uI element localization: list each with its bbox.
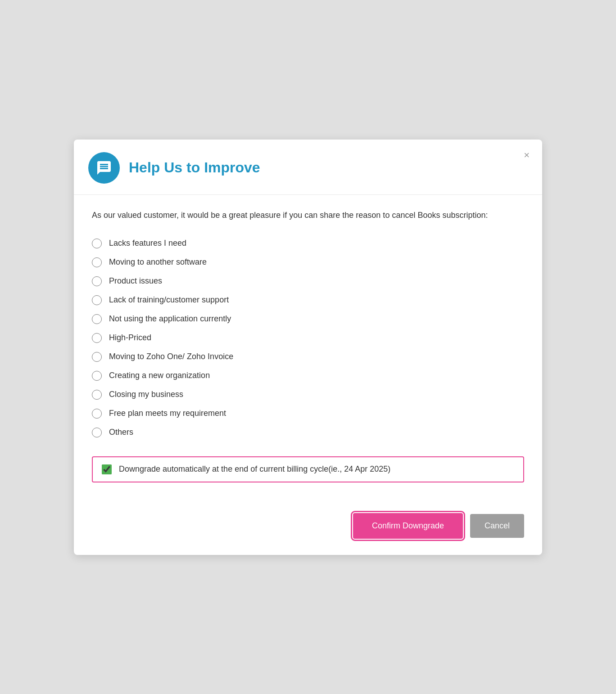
radio-label-opt5[interactable]: Not using the application currently [109,314,231,324]
radio-opt5[interactable] [92,314,102,324]
radio-opt4[interactable] [92,295,102,305]
radio-opt9[interactable] [92,390,102,400]
radio-list-item[interactable]: Lack of training/customer support [92,291,524,310]
radio-opt6[interactable] [92,333,102,343]
radio-list-item[interactable]: Lacks features I need [92,234,524,253]
radio-list-item[interactable]: Others [92,423,524,442]
downgrade-checkbox-label[interactable]: Downgrade automatically at the end of cu… [119,464,390,474]
radio-list-item[interactable]: Moving to another software [92,253,524,272]
cancel-button[interactable]: Cancel [470,514,524,538]
radio-label-opt3[interactable]: Product issues [109,276,162,286]
description-text: As our valued customer, it would be a gr… [92,209,524,221]
radio-list-item[interactable]: Product issues [92,272,524,291]
chat-bubble-icon [96,160,112,176]
radio-list-item[interactable]: Creating a new organization [92,366,524,385]
radio-opt8[interactable] [92,371,102,381]
radio-options-list: Lacks features I needMoving to another s… [92,234,524,442]
downgrade-checkbox[interactable] [102,464,112,474]
radio-list-item[interactable]: Moving to Zoho One/ Zoho Invoice [92,347,524,366]
modal-body: As our valued customer, it would be a gr… [74,195,542,513]
radio-label-opt6[interactable]: High-Priced [109,333,151,342]
radio-label-opt2[interactable]: Moving to another software [109,257,207,267]
radio-list-item[interactable]: Closing my business [92,385,524,404]
confirm-downgrade-button[interactable]: Confirm Downgrade [353,513,463,539]
header-icon-circle [88,152,120,184]
modal-footer: Confirm Downgrade Cancel [74,513,542,555]
radio-list-item[interactable]: Not using the application currently [92,310,524,329]
radio-label-opt10[interactable]: Free plan meets my requirement [109,409,226,418]
radio-label-opt9[interactable]: Closing my business [109,390,183,399]
modal-overlay: Help Us to Improve × As our valued custo… [0,0,616,694]
radio-label-opt1[interactable]: Lacks features I need [109,239,186,248]
radio-opt10[interactable] [92,409,102,419]
radio-list-item[interactable]: Free plan meets my requirement [92,404,524,423]
radio-list-item[interactable]: High-Priced [92,329,524,347]
radio-label-opt7[interactable]: Moving to Zoho One/ Zoho Invoice [109,352,233,361]
dialog-modal: Help Us to Improve × As our valued custo… [74,140,542,555]
modal-header: Help Us to Improve × [74,140,542,195]
radio-label-opt4[interactable]: Lack of training/customer support [109,295,229,305]
radio-opt7[interactable] [92,352,102,362]
radio-opt11[interactable] [92,428,102,437]
modal-title: Help Us to Improve [129,159,260,176]
radio-label-opt8[interactable]: Creating a new organization [109,371,210,380]
radio-opt1[interactable] [92,239,102,248]
radio-label-opt11[interactable]: Others [109,428,133,437]
radio-opt2[interactable] [92,257,102,267]
downgrade-checkbox-section: Downgrade automatically at the end of cu… [92,456,524,482]
radio-opt3[interactable] [92,276,102,286]
close-button[interactable]: × [522,149,531,162]
